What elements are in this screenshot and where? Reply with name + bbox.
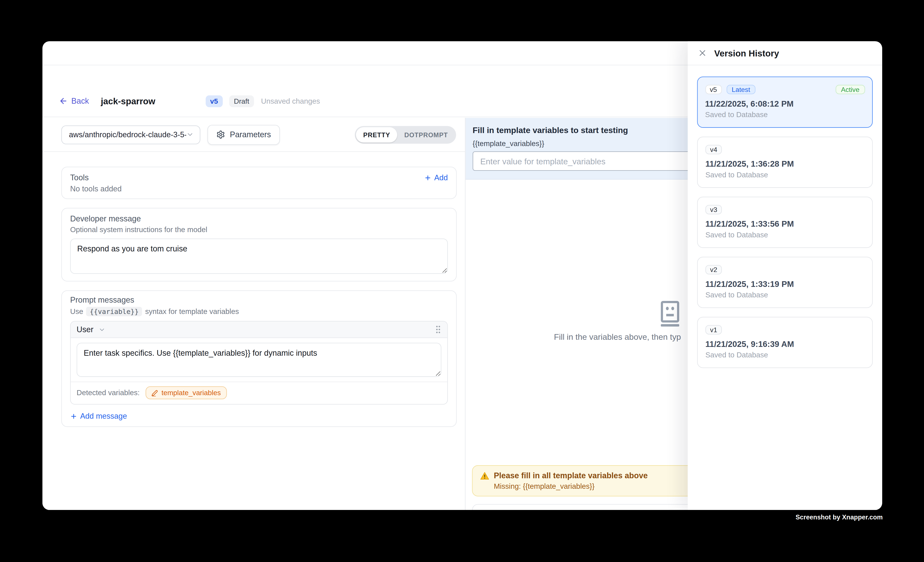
editor-scroll-area: Tools Add No tools added Developer messa… <box>42 152 465 510</box>
version-history-header: Version History <box>688 41 882 65</box>
version-timestamp: 11/22/2025, 6:08:12 PM <box>705 99 865 108</box>
unsaved-changes-label: Unsaved changes <box>261 97 320 105</box>
close-icon[interactable] <box>698 49 706 57</box>
model-select[interactable]: aws/anthropic/bedrock-claude-3-5-s... <box>62 125 200 144</box>
latest-badge: Latest <box>726 85 755 94</box>
app-window: Back jack-sparrow v5 Draft Unsaved chang… <box>42 41 882 510</box>
arrow-left-icon <box>59 97 68 105</box>
version-badge-row: v5 Latest Active <box>705 85 865 94</box>
gear-icon <box>216 130 225 139</box>
version-history-title: Version History <box>714 48 779 58</box>
chevron-down-icon <box>186 131 194 138</box>
version-badge: v5 <box>206 95 223 107</box>
robot-face-icon <box>657 300 683 327</box>
version-number-badge: v1 <box>705 325 722 335</box>
format-option-pretty[interactable]: PRETTY <box>356 127 398 142</box>
prompt-messages-title: Prompt messages <box>70 296 448 305</box>
detected-variables-label: Detected variables: <box>76 389 140 397</box>
hint-suffix: syntax for template variables <box>145 308 239 315</box>
message-header: User <box>71 321 447 338</box>
version-card-v3[interactable]: v3 11/21/2025, 1:33:56 PM Saved to Datab… <box>697 197 873 248</box>
plus-icon <box>424 174 431 181</box>
developer-message-card: Developer message Optional system instru… <box>62 208 457 282</box>
hint-prefix: Use <box>70 308 83 315</box>
version-history-panel: Version History v5 Latest Active 11/22/2… <box>688 41 882 510</box>
preview-empty-text: Fill in the variables above, then typ <box>554 332 681 342</box>
format-toggle: PRETTY DOTPROMPT <box>355 126 456 143</box>
detected-variable-chip[interactable]: template_variables <box>146 386 226 399</box>
version-number-badge: v4 <box>705 145 722 154</box>
editor-toolbar: aws/anthropic/bedrock-claude-3-5-s... Pa… <box>42 118 465 152</box>
version-card-v5[interactable]: v5 Latest Active 11/22/2025, 6:08:12 PM … <box>697 76 873 128</box>
plus-icon <box>70 413 77 420</box>
screenshot-stage: Back jack-sparrow v5 Draft Unsaved chang… <box>0 0 924 562</box>
warning-triangle-icon <box>480 471 489 480</box>
version-status: Saved to Database <box>705 231 865 239</box>
format-option-dotprompt[interactable]: DOTPROMPT <box>398 127 455 142</box>
version-status: Saved to Database <box>705 291 865 299</box>
add-tool-button[interactable]: Add <box>424 173 448 182</box>
model-select-value: aws/anthropic/bedrock-claude-3-5-s... <box>69 130 186 139</box>
pencil-icon <box>152 390 158 396</box>
version-status: Saved to Database <box>705 111 865 118</box>
drag-handle-icon[interactable] <box>435 325 441 334</box>
active-badge: Active <box>836 85 865 94</box>
message-textarea[interactable]: Enter task specifics. Use {{template_var… <box>76 343 441 377</box>
page-title: jack-sparrow <box>101 96 155 106</box>
version-badge-row: v3 <box>705 205 865 214</box>
version-badge-row: v4 <box>705 145 865 154</box>
add-tool-label: Add <box>434 173 448 182</box>
prompt-messages-card: Prompt messages Use {{variable}} syntax … <box>62 290 457 427</box>
version-timestamp: 11/21/2025, 1:33:56 PM <box>705 219 865 229</box>
version-card-v1[interactable]: v1 11/21/2025, 9:16:39 AM Saved to Datab… <box>697 317 873 368</box>
version-number-badge: v5 <box>705 85 722 94</box>
prompt-editor-panel: aws/anthropic/bedrock-claude-3-5-s... Pa… <box>42 118 466 510</box>
version-badge-row: v2 <box>705 265 865 275</box>
detected-variable-name: template_variables <box>162 389 221 397</box>
chevron-down-icon <box>98 326 105 333</box>
detected-variables-row: Detected variables: template_variables <box>71 381 447 404</box>
message-body: Enter task specifics. Use {{template_var… <box>71 338 447 377</box>
version-card-v4[interactable]: v4 11/21/2025, 1:36:28 PM Saved to Datab… <box>697 137 873 188</box>
tools-title: Tools <box>70 173 88 182</box>
parameters-label: Parameters <box>230 130 271 139</box>
version-status: Saved to Database <box>705 171 865 179</box>
template-syntax-hint: Use {{variable}} syntax for template var… <box>70 307 448 316</box>
message-block: User Enter task specifics <box>70 321 448 404</box>
version-card-v2[interactable]: v2 11/21/2025, 1:33:19 PM Saved to Datab… <box>697 257 873 308</box>
back-label: Back <box>71 97 89 105</box>
tools-card-header: Tools Add <box>70 173 448 182</box>
version-timestamp: 11/21/2025, 9:16:39 AM <box>705 339 865 348</box>
version-list: v5 Latest Active 11/22/2025, 6:08:12 PM … <box>688 65 882 379</box>
version-timestamp: 11/21/2025, 1:33:19 PM <box>705 279 865 288</box>
xnapper-watermark: Screenshot by Xnapper.com <box>795 514 883 521</box>
developer-message-subtitle: Optional system instructions for the mod… <box>70 226 448 234</box>
version-badge-row: v1 <box>705 325 865 335</box>
warning-title: Please fill in all template variables ab… <box>494 471 648 480</box>
back-button[interactable]: Back <box>59 97 89 105</box>
version-status: Saved to Database <box>705 351 865 359</box>
variable-syntax-chip: {{variable}} <box>86 307 142 316</box>
add-message-label: Add message <box>80 411 127 420</box>
role-select[interactable]: User <box>76 325 105 334</box>
version-number-badge: v3 <box>705 205 722 214</box>
role-select-value: User <box>76 325 93 334</box>
add-message-button[interactable]: Add message <box>70 411 448 420</box>
tools-card: Tools Add No tools added <box>62 167 457 199</box>
version-number-badge: v2 <box>705 265 722 275</box>
draft-badge: Draft <box>229 95 254 107</box>
version-timestamp: 11/21/2025, 1:36:28 PM <box>705 159 865 169</box>
developer-message-textarea[interactable]: Respond as you are tom cruise <box>70 238 448 274</box>
developer-message-title: Developer message <box>70 214 448 223</box>
parameters-button[interactable]: Parameters <box>207 124 280 144</box>
tools-empty-text: No tools added <box>70 184 448 193</box>
